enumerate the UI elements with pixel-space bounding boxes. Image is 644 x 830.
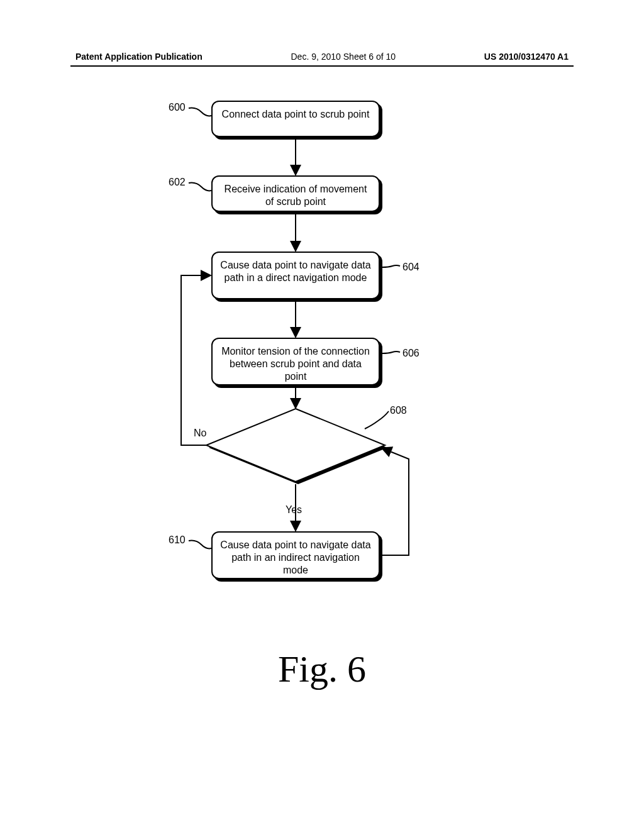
- box-602-text: Receive indication of movement of scrub …: [225, 184, 367, 207]
- box-602: Receive indication of movement of scrub …: [211, 175, 380, 212]
- box-600-text: Connect data point to scrub point: [222, 109, 370, 119]
- label-no: No: [194, 428, 206, 439]
- ref-610: 610: [169, 534, 186, 546]
- figure-caption: Fig. 6: [0, 648, 644, 691]
- label-yes: Yes: [286, 504, 302, 516]
- box-610: Cause data point to navigate data path i…: [211, 531, 380, 579]
- decision-608-text: Connection tension exceeds threshold?: [233, 434, 358, 459]
- ref-600: 600: [169, 102, 186, 113]
- ref-604: 604: [402, 262, 419, 273]
- box-606-text: Monitor tension of the connection betwee…: [221, 346, 370, 382]
- box-606: Monitor tension of the connection betwee…: [211, 338, 380, 385]
- page-header: Patent Application Publication Dec. 9, 2…: [75, 52, 569, 62]
- ref-602: 602: [169, 177, 186, 188]
- header-right: US 2010/0312470 A1: [484, 52, 569, 62]
- header-left: Patent Application Publication: [75, 52, 203, 62]
- box-604-text: Cause data point to navigate data path i…: [220, 260, 370, 283]
- ref-608: 608: [390, 405, 407, 416]
- ref-606: 606: [402, 348, 419, 359]
- box-610-text: Cause data point to navigate data path i…: [220, 540, 370, 575]
- header-rule: [70, 65, 574, 67]
- box-600: Connect data point to scrub point: [211, 101, 380, 137]
- box-604: Cause data point to navigate data path i…: [211, 252, 380, 299]
- header-center: Dec. 9, 2010 Sheet 6 of 10: [291, 52, 396, 62]
